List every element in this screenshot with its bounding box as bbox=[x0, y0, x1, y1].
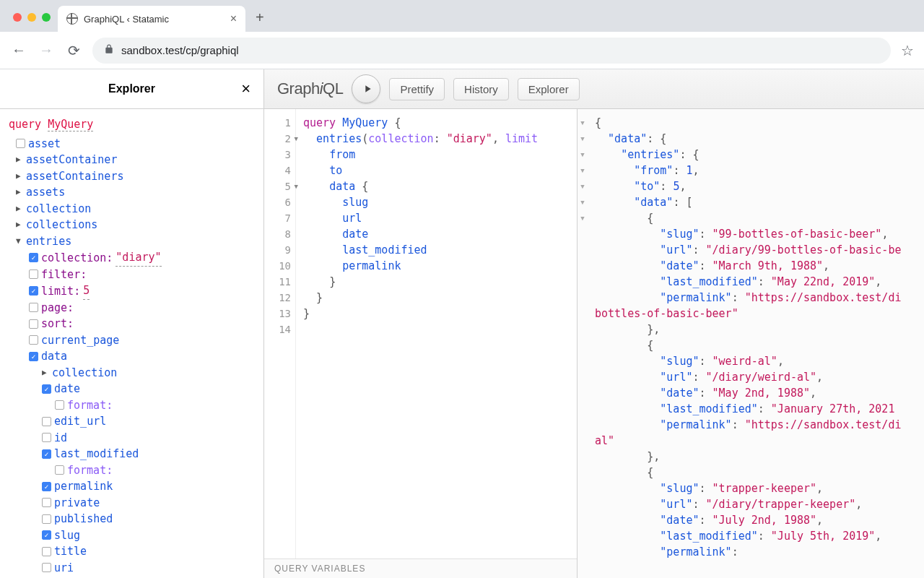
query-declaration[interactable]: query MyQuery bbox=[9, 116, 255, 133]
field-published[interactable]: published bbox=[9, 511, 255, 527]
field-uri[interactable]: uri bbox=[9, 560, 255, 577]
tree-item-entries[interactable]: ▼entries bbox=[9, 233, 255, 250]
tab-title: GraphiQL ‹ Statamic bbox=[84, 14, 169, 25]
graphiql-app: Explorer × query MyQuery asset ▶assetCon… bbox=[0, 69, 924, 578]
field-permalink[interactable]: permalink bbox=[9, 478, 255, 495]
bookmark-star-icon[interactable]: ☆ bbox=[901, 42, 914, 59]
arg-date-format[interactable]: format: bbox=[9, 397, 255, 414]
prettify-button[interactable]: Prettify bbox=[389, 78, 445, 100]
editor-panes: 1 2▼ 3 4 5▼ 6 7 8 9 10 11 12 13 14 query… bbox=[264, 109, 924, 578]
field-current-page[interactable]: current_page bbox=[9, 332, 255, 349]
line-gutter: 1 2▼ 3 4 5▼ 6 7 8 9 10 11 12 13 14 bbox=[264, 109, 296, 578]
query-variables-label[interactable]: QUERY VARIABLES bbox=[264, 558, 577, 578]
minimize-window-button[interactable] bbox=[27, 13, 36, 22]
field-slug[interactable]: slug bbox=[9, 527, 255, 544]
explorer-button[interactable]: Explorer bbox=[518, 78, 580, 100]
result-pane[interactable]: ▼▼▼▼▼ ▼ ▼ { "data": { "entries": { "from… bbox=[578, 109, 924, 578]
main-area: GraphiQL Prettify History Explorer 1 2▼ … bbox=[264, 69, 924, 578]
tree-item-assetcontainer[interactable]: ▶assetContainer bbox=[9, 152, 255, 168]
field-private[interactable]: private bbox=[9, 495, 255, 512]
graphiql-logo: GraphiQL bbox=[277, 79, 343, 98]
field-data-collection[interactable]: ▶collection bbox=[9, 365, 255, 381]
window-controls bbox=[7, 13, 58, 32]
close-window-button[interactable] bbox=[13, 13, 22, 22]
arg-filter[interactable]: filter: bbox=[9, 267, 255, 283]
code-content[interactable]: query MyQuery { entries(collection: "dia… bbox=[296, 109, 577, 578]
graphiql-toolbar: GraphiQL Prettify History Explorer bbox=[264, 69, 924, 109]
address-bar[interactable]: sandbox.test/cp/graphiql bbox=[92, 38, 891, 64]
field-date[interactable]: date bbox=[9, 381, 255, 397]
reload-button[interactable]: ⟳ bbox=[65, 42, 82, 59]
browser-tab[interactable]: GraphiQL ‹ Statamic × bbox=[58, 6, 245, 32]
explorer-title: Explorer bbox=[108, 82, 155, 95]
field-last-modified[interactable]: last_modified bbox=[9, 446, 255, 462]
tree-item-asset[interactable]: asset bbox=[9, 136, 255, 152]
close-tab-icon[interactable]: × bbox=[230, 12, 237, 25]
field-edit-url[interactable]: edit_url bbox=[9, 413, 255, 430]
explorer-panel: Explorer × query MyQuery asset ▶assetCon… bbox=[0, 69, 264, 578]
maximize-window-button[interactable] bbox=[42, 13, 51, 22]
tab-strip: GraphiQL ‹ Statamic × + bbox=[0, 0, 924, 32]
execute-button[interactable] bbox=[352, 74, 380, 103]
query-editor[interactable]: 1 2▼ 3 4 5▼ 6 7 8 9 10 11 12 13 14 query… bbox=[264, 109, 578, 578]
new-tab-button[interactable]: + bbox=[245, 9, 274, 32]
tree-item-assetcontainers[interactable]: ▶assetContainers bbox=[9, 168, 255, 185]
browser-toolbar: ← → ⟳ sandbox.test/cp/graphiql ☆ bbox=[0, 32, 924, 69]
tree-item-assets[interactable]: ▶assets bbox=[9, 184, 255, 201]
back-button[interactable]: ← bbox=[10, 42, 27, 59]
arg-page[interactable]: page: bbox=[9, 300, 255, 316]
field-data[interactable]: data bbox=[9, 348, 255, 365]
result-fold-gutter: ▼▼▼▼▼ ▼ ▼ bbox=[578, 115, 588, 226]
arg-sort[interactable]: sort: bbox=[9, 316, 255, 332]
forward-button[interactable]: → bbox=[38, 42, 55, 59]
arg-lastmod-format[interactable]: format: bbox=[9, 462, 255, 479]
arg-limit[interactable]: limit: 5 bbox=[9, 282, 255, 300]
history-button[interactable]: History bbox=[453, 78, 509, 100]
explorer-body: query MyQuery asset ▶assetContainer ▶ass… bbox=[0, 109, 263, 578]
field-id[interactable]: id bbox=[9, 430, 255, 447]
url-text: sandbox.test/cp/graphiql bbox=[121, 44, 239, 56]
tree-item-collection[interactable]: ▶collection bbox=[9, 201, 255, 217]
field-title[interactable]: title bbox=[9, 543, 255, 560]
explorer-header: Explorer × bbox=[0, 69, 263, 109]
browser-chrome: GraphiQL ‹ Statamic × + ← → ⟳ sandbox.te… bbox=[0, 0, 924, 69]
lock-icon bbox=[104, 44, 114, 56]
arg-collection[interactable]: collection: "diary" bbox=[9, 249, 255, 267]
result-json: { "data": { "entries": { "from": 1, "to"… bbox=[583, 115, 924, 560]
close-icon[interactable]: × bbox=[241, 79, 250, 98]
tree-item-collections[interactable]: ▶collections bbox=[9, 217, 255, 233]
play-icon bbox=[362, 83, 373, 95]
globe-icon bbox=[66, 13, 78, 25]
